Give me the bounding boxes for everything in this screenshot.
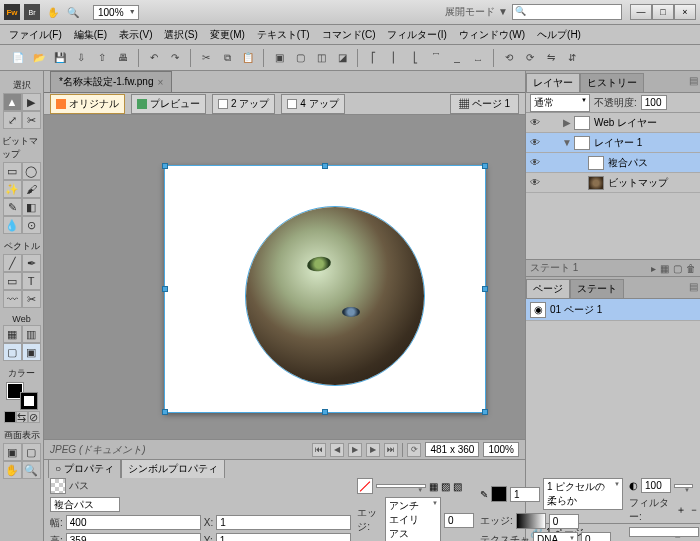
fill-edge-combo[interactable]: アンチエイリアス (385, 497, 441, 541)
filter-list[interactable] (629, 527, 699, 537)
next-frame-icon[interactable]: ▶ (366, 443, 380, 457)
lock-icon[interactable] (544, 116, 558, 130)
color-swatches[interactable] (7, 383, 37, 409)
properties-tab[interactable]: ○ プロパティ (48, 459, 121, 478)
object-name-input[interactable] (50, 497, 120, 512)
align-mid-icon[interactable]: ⎯ (447, 48, 467, 68)
view-original-button[interactable]: オリジナル (50, 94, 125, 114)
layer-row[interactable]: 👁▶Web レイヤー (526, 113, 700, 133)
flip-h-icon[interactable]: ⇋ (541, 48, 561, 68)
stroke-size-input[interactable] (510, 487, 540, 502)
subselect-tool[interactable]: ▶ (22, 93, 41, 111)
remove-filter-icon[interactable]: － (689, 503, 699, 517)
line-tool[interactable]: ╱ (3, 254, 22, 272)
x-input[interactable] (216, 515, 351, 530)
add-filter-icon[interactable]: ＋ (676, 503, 686, 517)
view-preview-button[interactable]: プレビュー (131, 94, 206, 114)
split-icon[interactable]: ◪ (332, 48, 352, 68)
visibility-icon[interactable]: 👁 (528, 156, 542, 170)
play-icon[interactable]: ▶ (348, 443, 362, 457)
blur-tool[interactable]: 💧 (3, 216, 22, 234)
menu-commands[interactable]: コマンド(C) (317, 26, 381, 44)
full-screen-tool[interactable]: ▢ (22, 443, 41, 461)
menu-help[interactable]: ヘルプ(H) (532, 26, 586, 44)
page-selector[interactable]: ▦ ページ 1 (450, 94, 519, 114)
view-2up-button[interactable]: 2 アップ (212, 94, 275, 114)
search-input[interactable] (512, 4, 622, 20)
menu-text[interactable]: テキスト(T) (252, 26, 315, 44)
handle-bl[interactable] (162, 409, 168, 415)
fill-type-combo[interactable] (376, 484, 426, 488)
close-button[interactable]: × (674, 4, 696, 20)
height-input[interactable] (66, 533, 201, 541)
visibility-icon[interactable]: 👁 (528, 116, 542, 130)
last-frame-icon[interactable]: ⏭ (384, 443, 398, 457)
redo-icon[interactable]: ↷ (165, 48, 185, 68)
join-icon[interactable]: ◫ (311, 48, 331, 68)
hand-tool[interactable]: ✋ (3, 461, 22, 479)
lock-icon[interactable] (544, 156, 558, 170)
fill-icons[interactable]: ▦ ▨ ▧ (429, 481, 462, 492)
symbol-properties-tab[interactable]: シンボルプロパティ (121, 459, 225, 478)
disclosure-icon[interactable]: ▼ (562, 137, 572, 148)
handle-tm[interactable] (322, 163, 328, 169)
hotspot-tool[interactable]: ▦ (3, 325, 22, 343)
knife-tool[interactable]: ✂ (22, 290, 41, 308)
crop-tool[interactable]: ✂ (22, 111, 41, 129)
blend-mode-combo[interactable]: 通常 (530, 94, 590, 112)
stroke-edge-preview[interactable] (516, 513, 546, 529)
width-input[interactable] (66, 515, 201, 530)
pages-tab[interactable]: ページ (526, 279, 570, 298)
layer-row[interactable]: 👁複合パス (526, 153, 700, 173)
marquee-tool[interactable]: ▭ (3, 162, 22, 180)
undo-icon[interactable]: ↶ (144, 48, 164, 68)
rotate-ccw-icon[interactable]: ⟲ (499, 48, 519, 68)
fill-edge-amount[interactable] (444, 513, 474, 528)
disclosure-icon[interactable]: ▶ (562, 117, 572, 128)
text-tool[interactable]: T (22, 272, 41, 290)
menu-modify[interactable]: 変更(M) (205, 26, 250, 44)
zoom-combo[interactable]: 100% (93, 5, 139, 20)
paste-icon[interactable]: 📋 (238, 48, 258, 68)
eraser-tool[interactable]: ◧ (22, 198, 41, 216)
align-top-icon[interactable]: ⎴ (426, 48, 446, 68)
ungroup-icon[interactable]: ▢ (290, 48, 310, 68)
cut-icon[interactable]: ✂ (196, 48, 216, 68)
first-frame-icon[interactable]: ⏮ (312, 443, 326, 457)
save-icon[interactable]: 💾 (50, 48, 70, 68)
new-bitmap-icon[interactable]: ▦ (660, 263, 669, 274)
stroke-swatch[interactable] (21, 393, 37, 409)
hand-icon[interactable]: ✋ (45, 4, 61, 20)
stroke-texture-combo[interactable]: DNA (533, 532, 578, 541)
align-right-icon[interactable]: ⎣ (405, 48, 425, 68)
loop-icon[interactable]: ⟳ (407, 443, 421, 457)
zoom-icon[interactable]: 🔍 (65, 4, 81, 20)
rotate-cw-icon[interactable]: ⟳ (520, 48, 540, 68)
flip-v-icon[interactable]: ⇵ (562, 48, 582, 68)
menu-edit[interactable]: 編集(E) (69, 26, 112, 44)
layer-row[interactable]: 👁▼レイヤー 1 (526, 133, 700, 153)
handle-tr[interactable] (482, 163, 488, 169)
menu-view[interactable]: 表示(V) (114, 26, 157, 44)
handle-bm[interactable] (322, 409, 328, 415)
stroke-style-combo[interactable]: 1 ピクセルの柔らか (543, 478, 623, 510)
visibility-icon[interactable]: 👁 (528, 176, 542, 190)
align-center-icon[interactable]: ⎢ (384, 48, 404, 68)
history-tab[interactable]: ヒストリー (580, 73, 644, 92)
show-slice-tool[interactable]: ▣ (22, 343, 41, 361)
layers-tab[interactable]: レイヤー (526, 73, 580, 92)
opacity-input-prop[interactable] (641, 478, 671, 493)
swap-colors-icon[interactable]: ⇆ (16, 411, 28, 423)
default-colors-icon[interactable] (4, 411, 16, 423)
page-row[interactable]: ◉ 01 ページ 1 (526, 299, 700, 321)
artboard[interactable] (164, 165, 486, 413)
hide-slice-tool[interactable]: ▢ (3, 343, 22, 361)
import-icon[interactable]: ⇩ (71, 48, 91, 68)
menu-select[interactable]: 選択(S) (159, 26, 202, 44)
align-left-icon[interactable]: ⎡ (363, 48, 383, 68)
canvas[interactable] (44, 115, 525, 439)
visibility-icon[interactable]: 👁 (528, 136, 542, 150)
status-zoom[interactable]: 100% (483, 442, 519, 457)
states-tab[interactable]: ステート (570, 279, 624, 298)
align-bottom-icon[interactable]: ⎵ (468, 48, 488, 68)
